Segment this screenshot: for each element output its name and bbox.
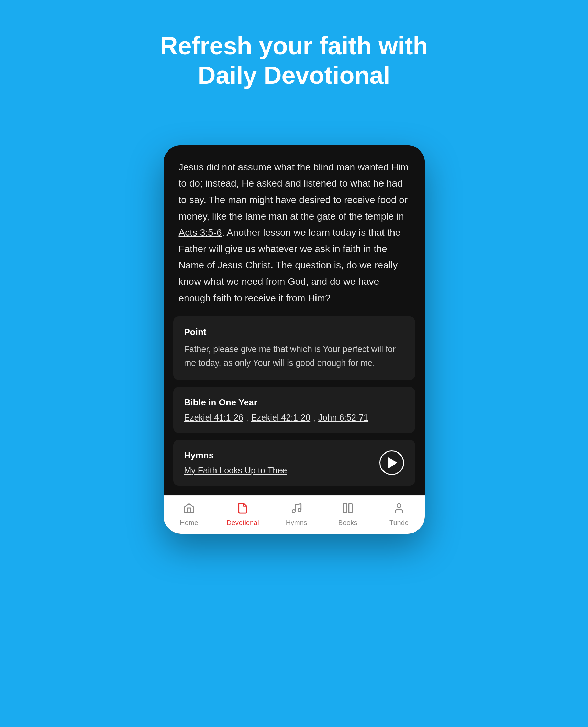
nav-label-devotional: Devotional xyxy=(226,519,259,527)
play-button[interactable] xyxy=(379,450,404,475)
nav-label-hymns: Hymns xyxy=(286,519,307,527)
svg-point-1 xyxy=(298,509,301,512)
phone-frame: Jesus did not assume what the blind man … xyxy=(164,145,425,534)
nav-item-books[interactable]: Books xyxy=(334,502,362,527)
svg-point-4 xyxy=(397,504,401,507)
bible-link-3[interactable]: John 6:52-71 xyxy=(318,413,368,423)
page-title: Refresh your faith with Daily Devotional xyxy=(160,31,428,90)
play-icon xyxy=(388,457,397,468)
hymns-card: Hymns My Faith Looks Up to Thee xyxy=(173,440,415,486)
hymns-card-title: Hymns xyxy=(184,450,379,461)
point-card-title: Point xyxy=(184,327,404,337)
acts-link[interactable]: Acts 3:5-6 xyxy=(179,227,222,238)
nav-label-home: Home xyxy=(180,519,198,527)
profile-icon xyxy=(393,502,405,517)
nav-label-books: Books xyxy=(338,519,357,527)
nav-item-home[interactable]: Home xyxy=(175,502,203,527)
bible-link-1[interactable]: Ezekiel 41:1-26 xyxy=(184,413,243,423)
nav-item-profile[interactable]: Tunde xyxy=(385,502,413,527)
books-icon xyxy=(342,502,354,517)
bible-links: Ezekiel 41:1-26 , Ezekiel 42:1-20 , John… xyxy=(184,413,404,423)
nav-item-hymns[interactable]: Hymns xyxy=(283,502,310,527)
nav-item-devotional[interactable]: Devotional xyxy=(226,502,259,527)
bible-card-title: Bible in One Year xyxy=(184,397,404,408)
bible-card: Bible in One Year Ezekiel 41:1-26 , Ezek… xyxy=(173,387,415,433)
point-card-body: Father, please give me that which is You… xyxy=(184,342,404,370)
bible-link-2[interactable]: Ezekiel 42:1-20 xyxy=(251,413,310,423)
svg-rect-2 xyxy=(343,504,347,513)
svg-rect-3 xyxy=(349,504,352,513)
point-card: Point Father, please give me that which … xyxy=(173,316,415,380)
hymn-title-link[interactable]: My Faith Looks Up to Thee xyxy=(184,466,287,475)
bottom-nav: Home Devotional xyxy=(164,495,425,534)
devotional-icon xyxy=(237,502,248,517)
article-body: Jesus did not assume what the blind man … xyxy=(164,145,425,316)
svg-point-0 xyxy=(292,510,295,513)
nav-label-profile: Tunde xyxy=(389,519,409,527)
hymns-icon xyxy=(291,502,302,517)
home-icon xyxy=(183,502,195,517)
